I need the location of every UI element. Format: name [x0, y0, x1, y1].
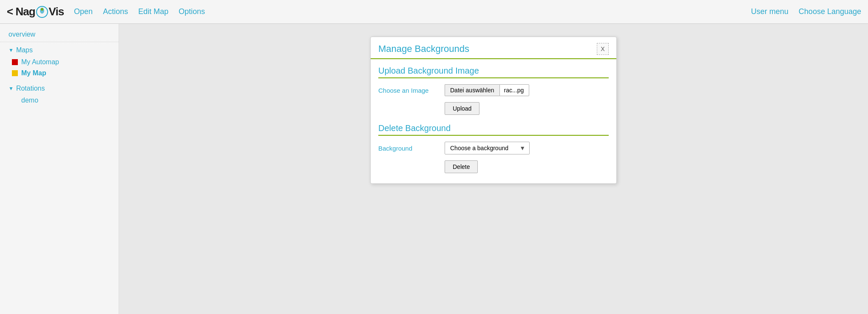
upload-button[interactable]: Upload: [445, 102, 479, 115]
my-map-icon: [12, 70, 18, 76]
dialog-title: Manage Backgrounds: [378, 43, 469, 54]
dialog-close-button[interactable]: X: [597, 43, 609, 55]
my-automap-label: My Automap: [21, 58, 59, 66]
sidebar-item-my-map[interactable]: My Map: [9, 68, 110, 79]
logo[interactable]: < Nag Vis: [7, 5, 64, 18]
sidebar-rotations-header[interactable]: ▼ Rotations: [9, 85, 110, 92]
sidebar-item-my-automap[interactable]: My Automap: [9, 57, 110, 68]
background-select-wrapper: Choose a background ▼: [445, 142, 530, 154]
nav-choose-language[interactable]: Choose Language: [799, 7, 861, 16]
rotations-arrow-icon: ▼: [9, 86, 14, 91]
dialog-body: Upload Background Image Choose an Image …: [371, 59, 616, 183]
nagovis-logo-icon: [36, 6, 48, 18]
file-input-wrapper: Datei auswählen rac...pg: [445, 84, 529, 96]
nav-edit-map[interactable]: Edit Map: [138, 7, 168, 16]
header: < Nag Vis Open Actions Edit Map Options …: [0, 0, 868, 24]
sidebar-rotations-label: Rotations: [16, 85, 45, 92]
upload-btn-row: Upload: [445, 102, 609, 115]
main-content: Manage Backgrounds X Upload Background I…: [119, 24, 868, 314]
file-name-display: rac...pg: [499, 84, 529, 96]
delete-section-title: Delete Background: [378, 123, 609, 136]
manage-backgrounds-dialog: Manage Backgrounds X Upload Background I…: [370, 37, 617, 184]
background-label: Background: [378, 145, 438, 152]
sidebar-item-demo[interactable]: demo: [9, 95, 110, 106]
sidebar-item-overview[interactable]: overview: [0, 27, 119, 42]
choose-image-row: Choose an Image Datei auswählen rac...pg: [378, 84, 609, 96]
sidebar: overview ▼ Maps My Automap My Map ▼ Rota…: [0, 24, 119, 314]
logo-text-right: Vis: [49, 5, 64, 18]
main-layout: overview ▼ Maps My Automap My Map ▼ Rota…: [0, 24, 868, 314]
nav-actions[interactable]: Actions: [103, 7, 128, 16]
background-select-row: Background Choose a background ▼: [378, 142, 609, 154]
maps-arrow-icon: ▼: [9, 47, 14, 53]
upload-section: Upload Background Image Choose an Image …: [378, 66, 609, 115]
nav-right: User menu Choose Language: [751, 7, 861, 16]
background-select[interactable]: Choose a background: [445, 142, 530, 154]
sidebar-maps-label: Maps: [16, 46, 33, 54]
svg-point-2: [41, 8, 43, 11]
nav-open[interactable]: Open: [74, 7, 93, 16]
sidebar-rotations-section: ▼ Rotations demo: [0, 80, 119, 108]
delete-button[interactable]: Delete: [445, 160, 478, 173]
delete-btn-row: Delete: [445, 160, 609, 173]
logo-text-left: < Nag: [7, 5, 35, 18]
main-nav: Open Actions Edit Map Options: [74, 7, 751, 16]
sidebar-maps-section: ▼ Maps My Automap My Map: [0, 42, 119, 80]
file-choose-button[interactable]: Datei auswählen: [445, 84, 499, 96]
nav-user-menu[interactable]: User menu: [751, 7, 789, 16]
my-automap-icon: [12, 59, 18, 65]
choose-image-label: Choose an Image: [378, 87, 438, 94]
my-map-label: My Map: [21, 69, 46, 77]
delete-section: Delete Background Background Choose a ba…: [378, 123, 609, 173]
upload-section-title: Upload Background Image: [378, 66, 609, 78]
dialog-header: Manage Backgrounds X: [371, 37, 616, 59]
sidebar-maps-header[interactable]: ▼ Maps: [9, 46, 110, 54]
nav-options[interactable]: Options: [179, 7, 205, 16]
